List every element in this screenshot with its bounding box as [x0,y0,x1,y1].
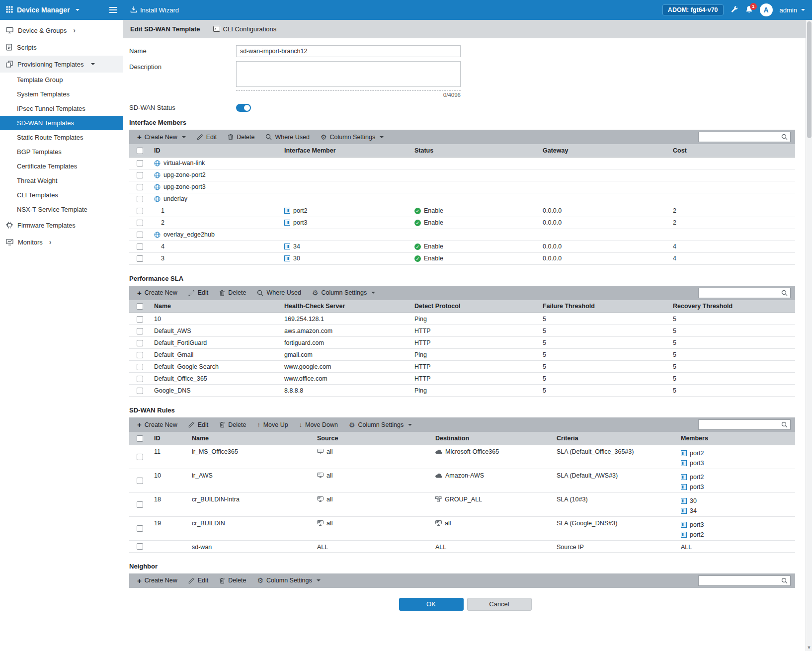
app-title[interactable]: Device Manager [17,6,70,14]
search-input[interactable] [702,133,781,141]
column-header-gateway[interactable]: Gateway [539,144,669,157]
row-checkbox[interactable] [137,232,143,238]
table-row[interactable]: Default_Office_365 www.office.com HTTP 5… [129,373,795,385]
table-row[interactable]: underlay [129,193,795,205]
sdwan-status-toggle[interactable] [236,104,251,112]
cli-configurations-button[interactable]: CLI Configurations [213,25,277,33]
column-header-criteria[interactable]: Criteria [553,432,677,445]
table-row[interactable]: Default_FortiGuard fortiguard.com HTTP 5… [129,337,795,349]
table-row[interactable]: upg-zone-port2 [129,169,795,181]
scrollbar-thumb[interactable] [807,21,812,138]
table-row[interactable]: Default_AWS aws.amazon.com HTTP 5 5 [129,325,795,337]
row-checkbox[interactable] [137,388,143,394]
avatar[interactable]: A [760,3,773,16]
create-new-button[interactable]: + Create New [132,130,191,144]
sidebar-item-sdwan-templates[interactable]: SD-WAN Templates [0,116,123,130]
column-settings-button[interactable]: ⚙ Column Settings [315,130,389,144]
sidebar-item-nsxt-service-template[interactable]: NSX-T Service Template [0,202,123,217]
sidebar-item-threat-weight[interactable]: Threat Weight [0,173,123,188]
sidebar-item-template-group[interactable]: Template Group [0,73,123,87]
scrollbar-down-arrow[interactable]: ▼ [806,645,812,650]
sdwan-rules-search[interactable] [698,419,791,430]
row-checkbox[interactable] [137,478,143,484]
row-checkbox[interactable] [137,352,143,358]
table-row[interactable]: 1 port2 ✓Enable 0.0.0.0 2 [129,205,795,217]
row-checkbox[interactable] [137,543,143,550]
table-row[interactable]: 10 ir_AWS all Amazon-AWS SLA (Default_AW… [129,469,795,492]
row-checkbox[interactable] [137,454,143,460]
search-input[interactable] [702,289,781,297]
column-header-name[interactable]: Name [150,300,280,313]
ok-button[interactable]: OK [399,598,464,611]
edit-button[interactable]: Edit [183,417,214,432]
create-new-button[interactable]: + Create New [132,286,183,300]
search-input[interactable] [702,420,781,429]
row-checkbox[interactable] [137,376,143,382]
row-checkbox[interactable] [137,208,143,214]
sidebar-item-provisioning-templates[interactable]: Provisioning Templates [0,56,123,73]
column-header-source[interactable]: Source [313,432,431,445]
move-up-button[interactable]: ↑ Move Up [251,417,293,432]
delete-button[interactable]: Delete [222,130,260,144]
table-row[interactable]: Google_DNS 8.8.8.8 Ping 5 5 [129,385,795,397]
sidebar-item-certificate-templates[interactable]: Certificate Templates [0,159,123,173]
row-checkbox[interactable] [137,316,143,323]
row-checkbox[interactable] [137,160,143,166]
sidebar-item-bgp-templates[interactable]: BGP Templates [0,145,123,159]
table-row[interactable]: 4 34 ✓Enable 0.0.0.0 4 [129,241,795,252]
where-used-button[interactable]: Where Used [260,130,315,144]
column-settings-button[interactable]: ⚙ Column Settings [251,573,325,588]
name-input[interactable] [236,45,461,57]
select-all-checkbox[interactable] [137,435,143,442]
search-input[interactable] [702,576,781,585]
tools-wrench-icon[interactable] [731,5,738,15]
column-header-id[interactable]: ID [150,144,280,157]
vertical-scrollbar[interactable]: ▼ [806,20,812,651]
notifications-button[interactable]: 1 [745,5,753,15]
column-header-status[interactable]: Status [410,144,539,157]
sidebar-item-cli-templates[interactable]: CLI Templates [0,188,123,202]
delete-button[interactable]: Delete [214,573,251,588]
column-header-id[interactable]: ID [150,432,188,445]
table-row[interactable]: 10 169.254.128.1 Ping 5 5 [129,313,795,325]
column-header-failure-threshold[interactable]: Failure Threshold [539,300,669,313]
column-header-recovery-threshold[interactable]: Recovery Threshold [669,300,795,313]
cancel-button[interactable]: Cancel [467,598,532,611]
row-checkbox[interactable] [137,220,143,226]
create-new-button[interactable]: + Create New [132,573,183,588]
sidebar-item-static-route-templates[interactable]: Static Route Templates [0,130,123,145]
table-row[interactable]: upg-zone-port3 [129,181,795,193]
table-row[interactable]: 18 cr_BUILDIN-Intra all GROUP_ALL SLA (1… [129,492,795,516]
edit-button[interactable]: Edit [183,286,214,300]
where-used-button[interactable]: Where Used [251,286,306,300]
row-checkbox[interactable] [137,244,143,250]
description-textarea[interactable] [236,61,461,87]
table-row[interactable]: sd-wan ALL ALL Source IP ALL [129,540,795,552]
column-header-members[interactable]: Members [677,432,795,445]
sidebar-item-monitors[interactable]: Monitors › [0,234,123,250]
move-down-button[interactable]: ↓ Move Down [294,417,343,432]
row-checkbox[interactable] [137,364,143,370]
column-settings-button[interactable]: ⚙ Column Settings [343,417,417,432]
column-header-destination[interactable]: Destination [431,432,553,445]
performance-sla-search[interactable] [698,288,791,298]
app-grid-icon[interactable] [6,6,13,14]
column-header-interface-member[interactable]: Interface Member [280,144,410,157]
sidebar-item-system-templates[interactable]: System Templates [0,87,123,101]
create-new-button[interactable]: + Create New [132,417,183,432]
row-checkbox[interactable] [137,340,143,346]
adom-selector[interactable]: ADOM: fgt64-v70 [662,4,724,15]
delete-button[interactable]: Delete [214,286,251,300]
table-row[interactable]: 3 30 ✓Enable 0.0.0.0 4 [129,252,795,264]
table-row[interactable]: Default_Gmail gmail.com Ping 5 5 [129,349,795,361]
neighbor-search[interactable] [698,575,791,586]
sidebar-item-firmware-templates[interactable]: Firmware Templates [0,217,123,234]
sidebar-item-device-groups[interactable]: Device & Groups › [0,22,123,39]
menu-toggle-icon[interactable] [109,7,117,13]
install-wizard-button[interactable]: Install Wizard [123,0,186,20]
table-row[interactable]: 2 port3 ✓Enable 0.0.0.0 2 [129,217,795,229]
interface-members-search[interactable] [698,132,791,142]
sidebar-item-ipsec-tunnel-templates[interactable]: IPsec Tunnel Templates [0,101,123,116]
edit-button[interactable]: Edit [191,130,223,144]
column-header-health-check-server[interactable]: Health-Check Server [280,300,410,313]
